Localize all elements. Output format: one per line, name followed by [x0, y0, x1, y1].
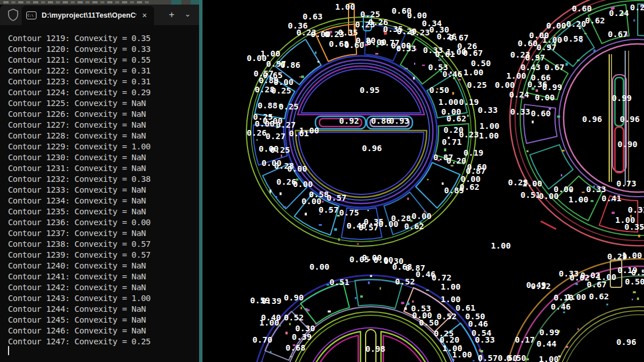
- terminal-cursor: [8, 346, 9, 355]
- convexity-label: 0.33: [586, 185, 606, 194]
- convexity-label: 0.50: [471, 59, 491, 68]
- cmd-icon: C:\: [26, 11, 37, 19]
- terminal-line: Contour 1245: Convexity = NaN: [8, 315, 196, 326]
- convexity-label: 0.00: [535, 93, 555, 102]
- convexity-label: 0.44: [537, 339, 557, 348]
- convexity-label: 0.68: [286, 343, 306, 352]
- convexity-label: 0.95: [360, 86, 380, 95]
- terminal-line: Contour 1220: Convexity = 0.33: [8, 44, 196, 55]
- convexity-label: 0.00: [247, 54, 267, 63]
- convexity-label: 0.62: [447, 114, 467, 123]
- background-window-strip: [0, 0, 199, 5]
- convexity-label: 0.90: [618, 140, 638, 149]
- convexity-label: 0.33: [396, 44, 416, 53]
- convexity-label: 0.50: [430, 86, 449, 95]
- convexity-label: 0.63: [303, 12, 323, 21]
- convexity-label: 0.24: [609, 9, 629, 18]
- convexity-label: 0.46: [443, 70, 463, 79]
- convexity-label: 0.00: [554, 185, 574, 194]
- terminal-line: Contour 1233: Convexity = NaN: [8, 185, 196, 196]
- convexity-label: 0.33: [511, 107, 530, 116]
- terminal-line: Contour 1237: Convexity = NaN: [8, 228, 196, 239]
- terminal-line: Contour 1225: Convexity = NaN: [8, 98, 196, 109]
- convexity-label: 0.25: [279, 102, 299, 111]
- convexity-label: 0.00: [546, 21, 566, 30]
- terminal-line: Contour 1242: Convexity = NaN: [8, 282, 196, 293]
- convexity-label: 0.35: [625, 222, 644, 231]
- convexity-label: 0.19: [464, 148, 484, 157]
- convexity-label: 0.41: [602, 194, 622, 203]
- terminal-output: Contour 1219: Convexity = 0.35Contour 12…: [8, 33, 196, 347]
- convexity-label: 0.00: [495, 80, 515, 90]
- terminal-line: Contour 1229: Convexity = 1.00: [8, 141, 196, 152]
- convexity-label: 0.00: [310, 262, 330, 271]
- convexity-label: 1.00: [569, 195, 589, 204]
- shield-icon: [7, 9, 19, 21]
- tab-title: D:\myproject\11Test\OpenCv0: [42, 11, 136, 19]
- convexity-label: 0.23: [410, 28, 430, 37]
- convexity-label: 0.96: [362, 144, 382, 153]
- convexity-label: 0.57: [478, 353, 498, 362]
- terminal-tab[interactable]: C:\ D:\myproject\11Test\OpenCv0 ✕: [22, 6, 154, 25]
- screen: C:\ D:\myproject\11Test\OpenCv0 ✕ + ⌄ Co…: [0, 0, 644, 362]
- convexity-label: 0.43: [521, 63, 541, 72]
- convexity-label: 0.67: [463, 48, 483, 58]
- convexity-label: 0.20: [440, 335, 460, 344]
- convexity-label: 1.00: [491, 241, 511, 250]
- convexity-label: 0.92: [339, 116, 359, 125]
- convexity-label: 0.27: [276, 120, 296, 129]
- convexity-label: 0.25: [270, 145, 290, 154]
- terminal-line: Contour 1231: Convexity = NaN: [8, 163, 196, 174]
- terminal-window[interactable]: C:\ D:\myproject\11Test\OpenCv0 ✕ + ⌄ Co…: [0, 5, 199, 362]
- convexity-label: 0.99: [540, 328, 560, 337]
- convexity-label: 0.62: [589, 292, 609, 301]
- convexity-label: 0.50: [631, 268, 644, 277]
- convexity-label: 1.00: [507, 71, 526, 80]
- convexity-label: 0.50: [419, 318, 439, 327]
- terminal-line: Contour 1232: Convexity = 0.38: [8, 174, 196, 185]
- convexity-label: 1.00: [566, 292, 586, 302]
- convexity-label: 1.00: [335, 2, 355, 11]
- terminal-line: Contour 1234: Convexity = NaN: [8, 196, 196, 206]
- terminal-line: Contour 1244: Convexity = NaN: [8, 304, 196, 315]
- tab-dropdown-chevron-icon[interactable]: ⌄: [181, 8, 194, 22]
- convexity-label: 0.60: [531, 109, 551, 118]
- opencv-canvas: 1.000.250.600.000.340.300.260.670.630.36…: [202, 0, 644, 362]
- convexity-label: 1.00: [523, 179, 542, 188]
- convexity-label: 0.67: [545, 63, 565, 72]
- terminal-line: Contour 1226: Convexity = NaN: [8, 109, 196, 120]
- convexity-label: 0.51: [330, 278, 350, 287]
- convexity-label: 0.58: [564, 34, 584, 43]
- convexity-label: 1.00: [452, 350, 472, 359]
- convexity-label: 0.89: [444, 186, 464, 195]
- convexity-label: 0.93: [390, 116, 410, 125]
- convexity-label: 0.20: [447, 156, 467, 165]
- convexity-label: 0.35: [338, 28, 358, 37]
- terminal-line: Contour 1221: Convexity = 0.55: [8, 55, 196, 66]
- terminal-line: Contour 1243: Convexity = 1.00: [8, 293, 196, 304]
- terminal-line: Contour 1230: Convexity = NaN: [8, 152, 196, 163]
- convexity-label: 0.00: [293, 180, 313, 189]
- convexity-label: 0.57: [327, 193, 347, 202]
- convexity-label: 0.49: [526, 280, 546, 290]
- convexity-label: 0.52: [437, 312, 457, 321]
- convexity-label: 0.27: [266, 132, 286, 141]
- terminal-line: Contour 1219: Convexity = 0.35: [8, 33, 196, 44]
- convexity-label: 1.00: [464, 68, 484, 77]
- convexity-label: 0.67: [449, 33, 469, 42]
- new-tab-button[interactable]: +: [165, 8, 178, 22]
- tab-close-icon[interactable]: ✕: [140, 11, 149, 21]
- terminal-line: Contour 1238: Convexity = 0.57: [8, 239, 196, 250]
- terminal-line: Contour 1223: Convexity = 0.31: [8, 76, 196, 87]
- convexity-label: 0.00: [274, 78, 294, 87]
- convexity-label: 0.25: [467, 80, 487, 90]
- convexity-label: 0.00: [255, 119, 275, 128]
- convexity-label: 0.20: [630, 3, 644, 12]
- terminal-line: Contour 1228: Convexity = NaN: [8, 131, 196, 141]
- convexity-label: 1.00: [299, 126, 319, 135]
- convexity-label: 0.25: [272, 86, 291, 95]
- convexity-label: 0.26: [247, 128, 267, 137]
- convexity-label: 0.75: [339, 208, 359, 217]
- convexity-label: 1.00: [539, 355, 559, 362]
- convexity-label: 0.52: [395, 277, 415, 286]
